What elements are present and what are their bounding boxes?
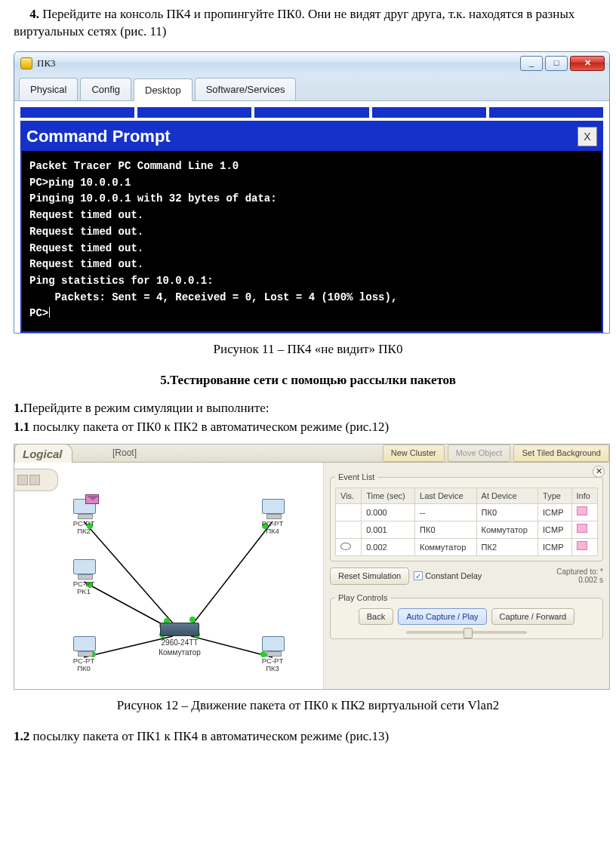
- step1-num: 1.: [14, 401, 23, 415]
- info-color-icon: [577, 541, 587, 550]
- paragraph-step12: 1.2 посылку пакета от ПК1 к ПК4 в автома…: [14, 728, 602, 746]
- terminal-output[interactable]: Packet Tracer PC Command Line 1.0PC>ping…: [22, 151, 602, 331]
- reset-simulation-button[interactable]: Reset Simulation: [330, 567, 409, 585]
- device-name: PK1: [66, 588, 102, 595]
- topology-canvas[interactable]: PC-PT ПК2 PC-PT ПК4 PC-PT PK1 PC-PT ПК0 …: [14, 463, 324, 689]
- cell-time: 0.000: [362, 504, 415, 521]
- back-button[interactable]: Back: [359, 608, 393, 626]
- table-row[interactable]: 0.002 Коммутатор ПК2 ICMP: [336, 539, 598, 556]
- step11-num: 1.1: [14, 420, 29, 434]
- step4-num: 4.: [29, 7, 39, 21]
- minimize-button[interactable]: _: [520, 56, 543, 71]
- cell-type: ICMP: [538, 521, 571, 539]
- breadcrumb[interactable]: [Root]: [112, 447, 137, 459]
- event-list-label: Event List: [335, 472, 377, 483]
- maximize-button[interactable]: □: [545, 56, 568, 71]
- cell-type: ICMP: [538, 504, 571, 521]
- device-name: ПК3: [254, 665, 291, 672]
- event-list-group: Event List Vis. Time (sec) Last Device A…: [330, 472, 603, 561]
- constant-delay-label: Constant Delay: [425, 571, 482, 582]
- command-prompt-window: ПК3 _ □ ✕ Physical Config Desktop Softwa…: [14, 51, 610, 334]
- svg-point-8: [189, 617, 196, 623]
- desktop-panel: Command Prompt X Packet Tracer PC Comman…: [14, 100, 609, 333]
- cell-at: Коммутатор: [476, 521, 538, 539]
- device-pk0[interactable]: PC-PT ПК0: [66, 636, 102, 672]
- step4-text: Перейдите на консоль ПК4 и пропингуйте П…: [14, 7, 574, 38]
- cell-last: ПК0: [415, 521, 477, 539]
- command-prompt-close[interactable]: X: [578, 127, 597, 146]
- term-line: Request timed out.: [29, 241, 594, 257]
- pc-icon: [70, 559, 97, 579]
- packet-tracer-window: Logical [Root] New Cluster Move Object S…: [14, 444, 610, 690]
- section5-title: 5.Тестирование сети с помощью рассылки п…: [14, 372, 602, 389]
- svg-line-1: [188, 521, 273, 630]
- device-name: ПК4: [254, 528, 291, 535]
- device-name: Коммутатор: [158, 647, 202, 658]
- play-controls-group: Play Controls Back Auto Capture / Play C…: [330, 592, 603, 640]
- switch-icon: [160, 623, 199, 636]
- panel-close-button[interactable]: ✕: [593, 466, 605, 478]
- info-color-icon: [577, 524, 587, 533]
- cell-at: ПК2: [476, 539, 538, 556]
- event-list-table: Vis. Time (sec) Last Device At Device Ty…: [335, 488, 598, 556]
- figure11-caption: Рисунок 11 – ПК4 «не видит» ПК0: [14, 341, 602, 358]
- device-pk3[interactable]: PC-PT ПК3: [254, 636, 291, 672]
- packet-icon: [85, 494, 99, 504]
- speed-slider[interactable]: [406, 631, 527, 634]
- auto-capture-button[interactable]: Auto Capture / Play: [398, 608, 486, 626]
- eye-icon: [340, 543, 351, 550]
- col-info: Info: [571, 488, 597, 504]
- new-cluster-button[interactable]: New Cluster: [383, 444, 445, 462]
- tab-config[interactable]: Config: [80, 78, 131, 101]
- window-titlebar: ПК3 _ □ ✕: [14, 52, 609, 75]
- table-row[interactable]: 0.001 ПК0 Коммутатор ICMP: [336, 521, 598, 539]
- command-prompt-title: Command Prompt: [26, 125, 171, 148]
- play-controls-label: Play Controls: [335, 592, 390, 604]
- step1-text: Перейдите в режим симуляции и выполните:: [23, 401, 270, 415]
- info-color-icon: [577, 506, 587, 515]
- tab-physical[interactable]: Physical: [19, 78, 78, 101]
- paragraph-step1: 1.Перейдите в режим симуляции и выполнит…: [14, 400, 602, 417]
- device-pk2[interactable]: PC-PT ПК2: [66, 499, 102, 535]
- device-pk4[interactable]: PC-PT ПК4: [254, 499, 291, 535]
- cell-time: 0.001: [362, 521, 415, 539]
- tab-software[interactable]: Software/Services: [195, 78, 297, 101]
- pt-toolbar: Logical [Root] New Cluster Move Object S…: [14, 444, 609, 463]
- app-tabs: Physical Config Desktop Software/Service…: [14, 75, 609, 101]
- pc-icon: [259, 499, 286, 518]
- col-vis: Vis.: [336, 488, 362, 504]
- table-row[interactable]: 0.000 -- ПК0 ICMP: [336, 504, 598, 521]
- move-object-button[interactable]: Move Object: [448, 444, 511, 462]
- tab-desktop[interactable]: Desktop: [134, 78, 192, 102]
- cell-at: ПК0: [476, 504, 538, 521]
- figure12-caption: Рисунок 12 – Движение пакета от ПК0 к ПК…: [14, 697, 602, 715]
- cursor-icon: [49, 307, 50, 318]
- term-line: Request timed out.: [29, 224, 594, 241]
- command-prompt-frame: Command Prompt X Packet Tracer PC Comman…: [20, 121, 603, 333]
- cell-time: 0.002: [362, 539, 415, 556]
- device-switch[interactable]: 2960-24TT Коммутатор: [158, 623, 202, 658]
- term-line: Pinging 10.0.0.1 with 32 bytes of data:: [29, 191, 594, 208]
- device-pk1[interactable]: PC-PT PK1: [66, 559, 102, 595]
- set-background-button[interactable]: Set Tiled Background: [513, 444, 609, 462]
- capture-forward-button[interactable]: Capture / Forward: [491, 608, 575, 626]
- device-label: 2960-24TT: [158, 638, 202, 648]
- close-button[interactable]: ✕: [570, 56, 605, 71]
- paragraph-step11: 1.1 посылку пакета от ПК0 к ПК2 в автома…: [14, 419, 602, 436]
- cell-last: Коммутатор: [415, 539, 477, 556]
- term-line: Packets: Sent = 4, Received = 0, Lost = …: [29, 290, 594, 306]
- logical-tab[interactable]: Logical: [14, 444, 72, 464]
- term-line: Request timed out.: [29, 257, 594, 273]
- step12-num: 1.2: [14, 729, 29, 743]
- device-name: ПК0: [66, 665, 102, 672]
- cell-type: ICMP: [538, 539, 571, 556]
- simulation-panel: ✕ Event List Vis. Time (sec) Last Device…: [324, 463, 609, 689]
- captured-value: 0.002 s: [578, 576, 603, 584]
- term-prompt: PC>: [29, 307, 48, 319]
- constant-delay-checkbox[interactable]: ✓ Constant Delay: [414, 571, 482, 582]
- step11-text: посылку пакета от ПК0 к ПК2 в автоматиче…: [29, 420, 389, 434]
- pc-icon: [70, 636, 97, 656]
- checkbox-icon: ✓: [414, 571, 423, 580]
- app-shortcut-bar: [20, 107, 603, 118]
- term-line: PC>ping 10.0.0.1: [29, 175, 594, 192]
